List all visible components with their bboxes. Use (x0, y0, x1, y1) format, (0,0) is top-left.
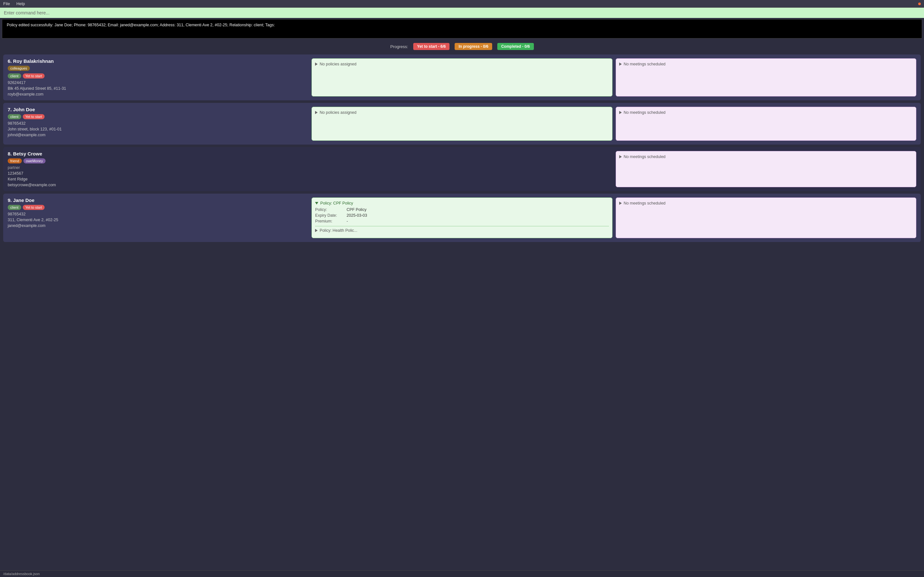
footer-path: /data/addressbook.json (3, 572, 40, 576)
contact-phone-7: 98765432 (8, 121, 309, 126)
policies-empty-label-7: No policies assigned (320, 110, 357, 115)
yet-to-start-badge: Yet to start - 6/6 (413, 43, 449, 50)
policy-row-expiry: Expiry Date: 2025-03-03 (315, 213, 609, 218)
progress-label: Progress: (390, 44, 408, 49)
meetings-header-6: No meetings scheduled (619, 62, 913, 66)
contact-relationship-8: partner (8, 165, 309, 170)
meetings-collapse-icon-6 (619, 63, 622, 66)
collapse-icon-7 (315, 111, 318, 114)
meetings-collapse-icon-7 (619, 111, 622, 114)
contact-name-8: 8. Betsy Crowe (8, 151, 309, 156)
contact-email-9: janed@example.com (8, 223, 309, 228)
status-bar: Policy edited successfully: Jane Doe; Ph… (2, 19, 922, 39)
notification-dot (918, 3, 921, 5)
completed-badge: Completed - 0/6 (497, 43, 533, 50)
policies-header-7: No policies assigned (315, 110, 609, 115)
meetings-empty-label-9: No meetings scheduled (624, 201, 666, 205)
policy-row-premium: Premium: - (315, 219, 609, 223)
collapse-icon-second-9 (315, 229, 318, 232)
contact-email-6: royb@example.com (8, 92, 309, 97)
contact-name-6: 6. Roy Balakrishnan (8, 58, 309, 64)
policy-key-expiry: Expiry Date: (315, 213, 344, 218)
policies-header-6: No policies assigned (315, 62, 609, 66)
meetings-collapse-icon-8 (619, 155, 622, 158)
policies-panel-7[interactable]: No policies assigned (312, 107, 612, 141)
meetings-header-8: No meetings scheduled (619, 155, 913, 159)
meetings-empty-label-7: No meetings scheduled (624, 110, 666, 115)
contact-info-9: 9. Jane Doe client Yet to start 98765432… (8, 197, 309, 238)
command-input[interactable] (4, 10, 920, 15)
tag-client-7: client (8, 114, 21, 119)
meetings-collapse-icon-9 (619, 201, 622, 205)
contact-name-7: 7. John Doe (8, 107, 309, 112)
policy-second-label-9: Policy: Health Polic... (320, 228, 357, 233)
policies-empty-label-6: No policies assigned (320, 62, 357, 66)
status-message: Policy edited successfully: Jane Doe; Ph… (7, 23, 275, 27)
contact-phone-6: 92624417 (8, 81, 309, 85)
meetings-panel-8[interactable]: No meetings scheduled (615, 151, 916, 187)
meetings-panel-6[interactable]: No meetings scheduled (615, 58, 916, 97)
contact-list: 6. Roy Balakrishnan colleagues client Ye… (0, 53, 924, 248)
policies-panel-9[interactable]: Policy: CPF Policy Policy: CPF Policy Ex… (312, 197, 612, 238)
contact-info-6: 6. Roy Balakrishnan colleagues client Ye… (8, 58, 309, 97)
tag-yet-to-start-6: Yet to start (23, 73, 45, 79)
policies-panel-6[interactable]: No policies assigned (312, 58, 612, 97)
footer: /data/addressbook.json (0, 570, 924, 577)
tag-client-9: client (8, 205, 21, 210)
tag-friend-8: friend (8, 158, 22, 163)
meetings-header-7: No meetings scheduled (619, 110, 913, 115)
contact-info-8: 8. Betsy Crowe friend oweMoney partner 1… (8, 151, 309, 187)
policy-val-name: CPF Policy (347, 207, 367, 212)
policy-title-9: Policy: CPF Policy (320, 201, 353, 205)
tag-yet-to-start-9: Yet to start (23, 205, 45, 210)
policy-second-header-9: Policy: Health Polic... (315, 226, 609, 233)
tag-owemoney-8: oweMoney (23, 158, 45, 163)
menu-help[interactable]: Help (16, 1, 25, 6)
collapse-icon-6 (315, 63, 318, 66)
contact-card-6: 6. Roy Balakrishnan colleagues client Ye… (3, 55, 921, 100)
meetings-empty-label-6: No meetings scheduled (624, 62, 666, 66)
contact-card-9: 9. Jane Doe client Yet to start 98765432… (3, 193, 921, 242)
contact-status-tags-7: client Yet to start (8, 114, 309, 119)
contact-phone-8: 1234567 (8, 171, 309, 176)
progress-section: Progress: Yet to start - 6/6 In progress… (0, 40, 924, 53)
contact-address-9: 311, Clementi Ave 2, #02-25 (8, 218, 309, 222)
policies-header-9: Policy: CPF Policy (315, 201, 609, 205)
contact-card-8: 8. Betsy Crowe friend oweMoney partner 1… (3, 147, 921, 191)
contact-status-tags-9: client Yet to start (8, 205, 309, 210)
policy-key-name: Policy: (315, 207, 344, 212)
contact-status-tags-6: client Yet to start (8, 73, 309, 79)
tag-client-6: client (8, 73, 21, 79)
policy-key-premium: Premium: (315, 219, 344, 223)
contact-address-8: Kent Ridge (8, 177, 309, 181)
expand-icon-9 (315, 202, 318, 205)
menu-file[interactable]: File (3, 1, 10, 6)
contact-address-7: John street, block 123, #01-01 (8, 127, 309, 131)
contact-info-7: 7. John Doe client Yet to start 98765432… (8, 107, 309, 141)
meetings-header-9: No meetings scheduled (619, 201, 913, 205)
tag-colleagues-6: colleagues (8, 66, 30, 71)
contact-tags-8: friend oweMoney (8, 158, 309, 163)
contact-card-7: 7. John Doe client Yet to start 98765432… (3, 103, 921, 145)
contact-email-7: johnd@example.com (8, 133, 309, 137)
contact-email-8: betsycrowe@example.com (8, 183, 309, 187)
meetings-panel-9[interactable]: No meetings scheduled (615, 197, 916, 238)
menu-bar: File Help (0, 0, 924, 8)
contact-name-9: 9. Jane Doe (8, 197, 309, 203)
policy-row-name: Policy: CPF Policy (315, 207, 609, 212)
meetings-empty-label-8: No meetings scheduled (624, 155, 666, 159)
contact-address-6: Blk 45 Aljunied Street 85, #11-31 (8, 86, 309, 91)
policy-val-premium: - (347, 219, 348, 223)
meetings-panel-7[interactable]: No meetings scheduled (615, 107, 916, 141)
contact-phone-9: 98765432 (8, 212, 309, 216)
in-progress-badge: In progress - 0/6 (455, 43, 492, 50)
command-bar (0, 8, 924, 18)
tag-yet-to-start-7: Yet to start (23, 114, 45, 119)
policy-val-expiry: 2025-03-03 (347, 213, 367, 218)
contact-tags-6: colleagues (8, 66, 309, 71)
policy-detail-9: Policy: CPF Policy Expiry Date: 2025-03-… (315, 207, 609, 223)
